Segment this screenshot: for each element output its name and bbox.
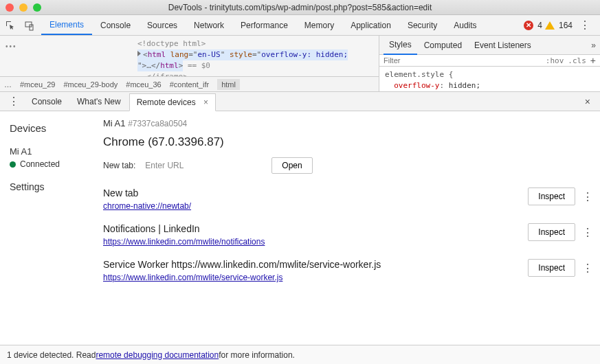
cls-toggle[interactable]: .cls	[568, 56, 586, 65]
new-style-rule-icon[interactable]: +	[590, 55, 596, 66]
breadcrumb-item[interactable]: #mceu_29	[20, 80, 55, 89]
breadcrumb-item[interactable]: …	[4, 80, 12, 89]
warning-icon[interactable]	[545, 21, 555, 30]
expand-arrow-icon[interactable]	[137, 51, 141, 56]
panels-row: ••• <!doctype html> <html lang="en-US" s…	[0, 36, 600, 92]
status-dot-icon	[10, 161, 16, 168]
drawer-tab-console[interactable]: Console	[25, 93, 69, 110]
remote-tab-item: Service Worker https://www.linkedin.com/…	[103, 259, 592, 282]
new-tab-label: New tab:	[103, 161, 135, 170]
remote-tab-item: Notifications | LinkedIn https://www.lin…	[103, 223, 592, 247]
footer-status: 1 device detected. Read remote debugging…	[0, 345, 600, 364]
devices-heading: Devices	[10, 122, 93, 134]
error-count[interactable]: 4	[537, 21, 542, 30]
tab-memory[interactable]: Memory	[296, 15, 342, 35]
warning-count[interactable]: 164	[559, 21, 573, 30]
styles-filter-row: :hov .cls +	[379, 55, 600, 67]
tab-console[interactable]: Console	[92, 15, 139, 35]
gutter-dots-icon: •••	[5, 43, 17, 50]
kebab-icon[interactable]: ⋮	[582, 262, 592, 275]
open-button[interactable]: Open	[271, 157, 312, 174]
main-tabs: Elements Console Sources Network Perform…	[41, 15, 524, 35]
remote-tab-url[interactable]: https://www.linkedin.com/mwlite/notifica…	[103, 237, 265, 247]
tab-network[interactable]: Network	[186, 15, 232, 35]
device-hash: #7337ca8a0504	[128, 119, 187, 128]
styles-tab-eventlisteners[interactable]: Event Listeners	[469, 36, 537, 54]
error-icon[interactable]: ✕	[524, 21, 533, 30]
drawer-tab-remotedevices[interactable]: Remote devices ×	[129, 93, 216, 111]
main-toolbar: Elements Console Sources Network Perform…	[0, 15, 600, 36]
styles-tabs: Styles Computed Event Listeners »	[379, 36, 600, 55]
styles-tab-computed[interactable]: Computed	[419, 36, 467, 54]
inspect-button[interactable]: Inspect	[528, 223, 575, 241]
tab-security[interactable]: Security	[399, 15, 445, 35]
remote-tab-url[interactable]: https://www.linkedin.com/mwlite/service-…	[103, 273, 282, 282]
doctype-line: <!doctype html>	[137, 39, 205, 48]
inspect-element-icon[interactable]	[3, 18, 18, 33]
tab-sources[interactable]: Sources	[139, 15, 186, 35]
tab-elements[interactable]: Elements	[41, 15, 92, 35]
html-open-tag: html	[148, 50, 166, 59]
breadcrumb-item[interactable]: #mceu_36	[126, 80, 161, 89]
sidebar-device-status: Connected	[10, 159, 93, 169]
sidebar-device-name[interactable]: Mi A1	[10, 146, 93, 157]
device-toolbar-icon[interactable]	[22, 18, 37, 33]
drawer-more-icon[interactable]: ⋮	[4, 95, 23, 108]
kebab-icon[interactable]: ⋮	[582, 190, 592, 203]
tab-audits[interactable]: Audits	[445, 15, 485, 35]
footer-link[interactable]: remote debugging documentation	[96, 350, 219, 360]
dollar-zero: == $0	[188, 61, 210, 70]
chevrons-icon[interactable]: »	[591, 41, 596, 50]
toolbar-status: ✕4 164 ⋮	[524, 19, 597, 32]
rule-value: hidden;	[449, 81, 480, 90]
drawer-tab-whatsnew[interactable]: What's New	[70, 93, 128, 110]
sidebar-settings[interactable]: Settings	[10, 181, 93, 192]
elements-panel[interactable]: ••• <!doctype html> <html lang="en-US" s…	[0, 36, 379, 91]
more-icon[interactable]: ⋮	[575, 19, 595, 32]
drawer-tabstrip: ⋮ Console What's New Remote devices × ×	[0, 92, 600, 111]
inspect-button[interactable]: Inspect	[528, 187, 575, 205]
drawer-close-icon[interactable]: ×	[579, 96, 596, 107]
device-main: Mi A1 #7337ca8a0504 Chrome (67.0.3396.87…	[103, 111, 600, 345]
devices-sidebar: Devices Mi A1 Connected Settings	[0, 111, 103, 345]
new-tab-row: New tab: Enter URL Open	[103, 157, 592, 174]
breadcrumb-item-active[interactable]: html	[217, 79, 240, 90]
breadcrumb: … #mceu_29 #mceu_29-body #mceu_36 #conte…	[0, 76, 379, 91]
rule-selector: element.style {	[385, 69, 595, 80]
drawer-body: Devices Mi A1 Connected Settings Mi A1 #…	[0, 111, 600, 345]
remote-tab-title: New tab	[103, 187, 520, 198]
status-label: Connected	[20, 159, 60, 169]
remote-tab-url[interactable]: chrome-native://newtab/	[103, 201, 191, 211]
remote-tab-title: Service Worker https://www.linkedin.com/…	[103, 259, 520, 270]
styles-tab-styles[interactable]: Styles	[384, 36, 417, 55]
window-title: DevTools - trinitytuts.com/tips/wp-admin…	[0, 3, 600, 12]
tab-performance[interactable]: Performance	[232, 15, 296, 35]
styles-filter-input[interactable]	[384, 56, 542, 65]
browser-version: Chrome (67.0.3396.87)	[103, 135, 592, 149]
device-name: Mi A1	[103, 118, 126, 128]
kebab-icon[interactable]: ⋮	[582, 226, 592, 239]
drawer-tab-label: Remote devices	[137, 98, 196, 107]
breadcrumb-item[interactable]: #content_ifr	[170, 80, 209, 89]
breadcrumb-item[interactable]: #mceu_29-body	[63, 80, 118, 89]
hov-toggle[interactable]: :hov	[546, 56, 564, 65]
footer-suffix: for more information.	[219, 350, 295, 360]
new-tab-url-input[interactable]: Enter URL	[145, 161, 262, 170]
remote-tab-title: Notifications | LinkedIn	[103, 223, 520, 234]
remote-tab-item: New tab chrome-native://newtab/ Inspect …	[103, 187, 592, 211]
close-tab-icon[interactable]: ×	[203, 98, 208, 107]
titlebar: DevTools - trinitytuts.com/tips/wp-admin…	[0, 0, 600, 15]
inspect-button[interactable]: Inspect	[528, 259, 575, 277]
device-header: Mi A1 #7337ca8a0504	[103, 118, 592, 128]
style-rules[interactable]: element.style { overflow-y: hidden;	[379, 67, 600, 94]
rule-property: overflow-y	[394, 81, 439, 90]
styles-panel: Styles Computed Event Listeners » :hov .…	[379, 36, 600, 91]
footer-prefix: 1 device detected. Read	[7, 350, 96, 360]
tab-application[interactable]: Application	[342, 15, 399, 35]
